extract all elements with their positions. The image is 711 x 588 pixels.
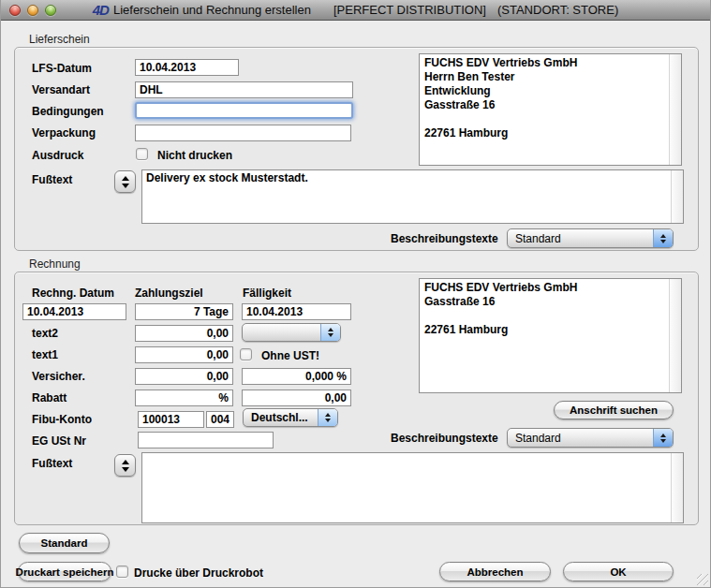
versicher-label: Versicher.	[32, 370, 85, 383]
faelligkeit-input[interactable]	[242, 303, 351, 320]
window-title: 4D Lieferschein und Rechnung erstellen […	[93, 2, 619, 18]
faelligkeit-label: Fälligkeit	[243, 287, 291, 300]
eg-ust-input[interactable]	[138, 432, 274, 448]
stepper-up-icon	[122, 460, 129, 464]
versicher-prozent-input[interactable]	[242, 368, 351, 385]
rechnung-fusstext-textarea[interactable]	[142, 453, 671, 522]
anschrift-suchen-button-label: Anschrift suchen	[570, 404, 658, 416]
rechnung-group-label: Rechnung	[29, 257, 81, 271]
stepper-up-icon	[122, 176, 129, 181]
versandart-label: Versandart	[32, 83, 90, 96]
window-controls	[9, 5, 56, 16]
rechnung-beschreibungstexte-popup[interactable]: Standard	[507, 428, 674, 448]
lieferschein-address-box: FUCHS EDV Vertriebs GmbH Herrn Ben Teste…	[419, 53, 682, 166]
lieferschein-fusstext-label: Fußtext	[32, 173, 72, 186]
window-title-database: [PERFECT DISTRIBUTION]	[333, 3, 486, 17]
minimize-window-button[interactable]	[27, 5, 38, 16]
zoom-window-button[interactable]	[45, 5, 56, 16]
versandart-input[interactable]	[135, 81, 353, 98]
rechnung-fusstext-box	[141, 452, 684, 523]
fibu-konto-label: Fibu-Konto	[32, 413, 92, 426]
verpackung-input[interactable]	[135, 125, 351, 141]
lieferschein-fusstext-stepper[interactable]	[114, 170, 136, 193]
druckart-speichern-button-label: Druckart speichern	[16, 566, 114, 578]
window-title-text: Lieferschein und Rechnung erstellen	[113, 3, 311, 17]
druckart-speichern-button[interactable]: Druckart speichern	[18, 562, 111, 581]
rechnung-fusstext-scrollbar[interactable]	[671, 453, 683, 522]
rechng-datum-input[interactable]	[22, 303, 126, 320]
rechnung-beschreibungstexte-label: Beschreibungstexte	[391, 432, 498, 445]
4d-logo-icon: 4D	[93, 2, 109, 18]
window-resize-grip[interactable]	[697, 574, 708, 585]
stepper-down-icon	[122, 184, 129, 188]
popup-selected-value: Deutschl...	[244, 409, 318, 426]
rechnung-fusstext-stepper[interactable]	[114, 454, 136, 477]
zahlungsziel-input[interactable]	[135, 303, 233, 320]
popup-selected-value	[243, 324, 320, 341]
ohne-ust-checkbox[interactable]	[240, 348, 252, 360]
popup-arrows-icon	[653, 229, 673, 247]
text1-label: text1	[32, 348, 58, 361]
eg-ust-label: EG USt Nr	[32, 434, 86, 448]
window-titlebar[interactable]: 4D Lieferschein und Rechnung erstellen […	[1, 0, 710, 21]
ohne-ust-checkbox-label: Ohne UST!	[261, 349, 319, 362]
druckrobot-checkbox[interactable]	[116, 566, 128, 578]
lieferschein-address-text: FUCHS EDV Vertriebs GmbH Herrn Ben Teste…	[420, 54, 669, 165]
ok-button-label: OK	[610, 566, 626, 578]
lieferschein-fusstext-box: Delivery ex stock Musterstadt.	[141, 169, 684, 224]
fibu-konto-input[interactable]	[138, 411, 204, 428]
ok-button[interactable]: OK	[563, 562, 674, 581]
zahlungsziel-label: Zahlungsziel	[135, 287, 203, 300]
text1-input[interactable]	[135, 346, 233, 363]
faelligkeit-popup[interactable]	[242, 323, 341, 342]
abbrechen-button[interactable]: Abbrechen	[439, 562, 551, 581]
verpackung-label: Verpackung	[32, 126, 96, 140]
lieferschein-group-label: Lieferschein	[29, 33, 90, 46]
lieferschein-fusstext-textarea[interactable]: Delivery ex stock Musterstadt.	[142, 170, 671, 223]
popup-arrows-icon	[653, 429, 673, 447]
text2-label: text2	[32, 327, 58, 340]
rechnung-address-box: FUCHS EDV Vertriebs GmbH Gasstraße 16 22…	[419, 278, 682, 393]
rabatt-betrag-input[interactable]	[242, 390, 351, 406]
versicher-input[interactable]	[135, 368, 233, 385]
lieferschein-beschreibungstexte-label: Beschreibungstexte	[391, 232, 498, 245]
window-title-standort: (STANDORT: STORE)	[497, 3, 618, 17]
lfs-datum-input[interactable]	[135, 59, 239, 76]
text2-input[interactable]	[135, 325, 233, 342]
ausdruck-label: Ausdruck	[32, 149, 83, 162]
lieferschein-fusstext-scrollbar[interactable]	[671, 170, 683, 223]
lieferschein-beschreibungstexte-popup[interactable]: Standard	[507, 228, 674, 248]
popup-arrows-icon	[318, 409, 337, 426]
stepper-down-icon	[122, 467, 129, 472]
anschrift-suchen-button[interactable]: Anschrift suchen	[554, 401, 674, 419]
popup-arrows-icon	[320, 324, 340, 341]
nicht-drucken-checkbox-label: Nicht drucken	[157, 149, 232, 162]
standard-button-label: Standard	[41, 537, 88, 549]
rechnung-address-scrollbar[interactable]	[669, 279, 681, 392]
app-window: 4D Lieferschein und Rechnung erstellen […	[0, 0, 711, 588]
rechnung-address-text: FUCHS EDV Vertriebs GmbH Gasstraße 16 22…	[420, 279, 669, 392]
standard-button[interactable]: Standard	[19, 533, 110, 553]
rabatt-prozent-input[interactable]	[135, 390, 233, 406]
land-popup[interactable]: Deutschl...	[243, 408, 338, 427]
rechng-datum-label: Rechng. Datum	[32, 287, 114, 300]
popup-selected-value: Standard	[508, 429, 653, 447]
rabatt-label: Rabatt	[32, 391, 67, 404]
close-window-button[interactable]	[9, 5, 21, 16]
popup-selected-value: Standard	[508, 229, 653, 247]
bedingungen-label: Bedingungen	[32, 105, 104, 118]
bedingungen-input[interactable]	[135, 102, 353, 119]
fibu-konto2-input[interactable]	[206, 411, 234, 428]
rechnung-fusstext-label: Fußtext	[32, 457, 72, 470]
lieferschein-address-scrollbar[interactable]	[669, 54, 681, 165]
druckrobot-checkbox-label: Drucke über Druckrobot	[134, 566, 263, 580]
abbrechen-button-label: Abbrechen	[467, 566, 523, 578]
lfs-datum-label: LFS-Datum	[32, 62, 92, 75]
nicht-drucken-checkbox[interactable]	[136, 148, 148, 160]
